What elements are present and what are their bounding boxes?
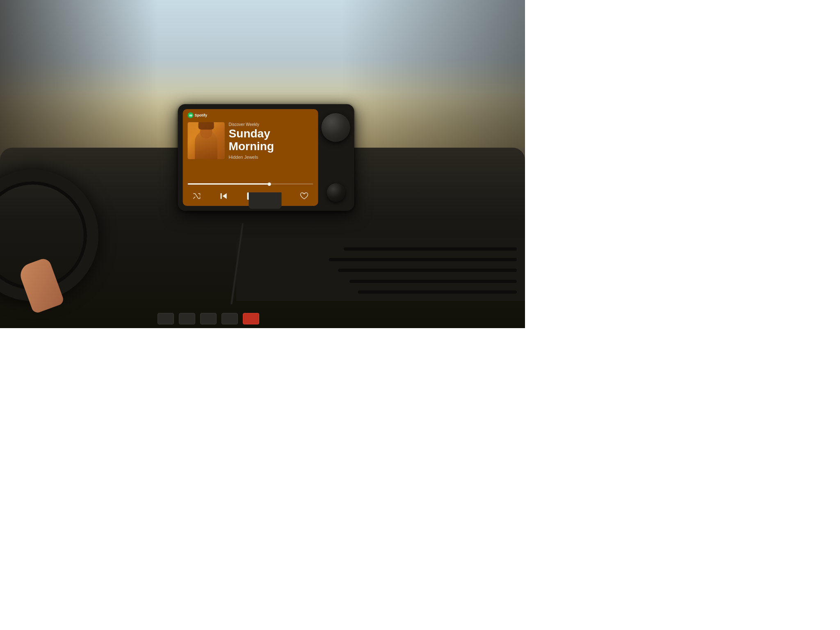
action-button[interactable] bbox=[326, 183, 345, 202]
dash-controls bbox=[158, 313, 472, 324]
screen-content: Discover Weekly Sunday Morning Hidden Je… bbox=[183, 120, 318, 183]
previous-button[interactable] bbox=[218, 190, 229, 202]
like-button[interactable] bbox=[299, 190, 310, 202]
album-art bbox=[188, 122, 225, 159]
svg-rect-1 bbox=[220, 193, 221, 199]
volume-knob[interactable] bbox=[322, 113, 350, 142]
track-title: Sunday Morning bbox=[229, 128, 313, 153]
player-screen: Spotify Discover Weekly bbox=[183, 109, 318, 206]
track-title-line1: Sunday bbox=[229, 127, 270, 140]
spotify-logo: Spotify bbox=[188, 112, 208, 118]
vents-area bbox=[236, 238, 525, 301]
track-title-line2: Morning bbox=[229, 140, 274, 153]
dash-button-red bbox=[243, 313, 259, 324]
progress-dot bbox=[267, 183, 271, 186]
screen-topbar: Spotify bbox=[183, 109, 318, 120]
dash-button bbox=[158, 313, 174, 324]
dash-button bbox=[221, 313, 238, 324]
progress-container[interactable] bbox=[183, 183, 318, 187]
track-info: Discover Weekly Sunday Morning Hidden Je… bbox=[229, 122, 313, 160]
progress-bar[interactable] bbox=[188, 183, 313, 185]
progress-fill bbox=[188, 183, 269, 185]
spotify-text: Spotify bbox=[195, 113, 208, 117]
shuffle-button[interactable] bbox=[191, 190, 203, 202]
device-mount bbox=[249, 192, 281, 209]
spotify-icon bbox=[188, 112, 194, 118]
dash-button bbox=[200, 313, 217, 324]
playlist-label: Discover Weekly bbox=[229, 122, 313, 127]
knob-area bbox=[322, 109, 350, 206]
background-scene: Spotify Discover Weekly bbox=[0, 0, 525, 328]
svg-marker-0 bbox=[222, 193, 226, 199]
dash-button bbox=[179, 313, 195, 324]
track-artist: Hidden Jewels bbox=[229, 155, 313, 160]
